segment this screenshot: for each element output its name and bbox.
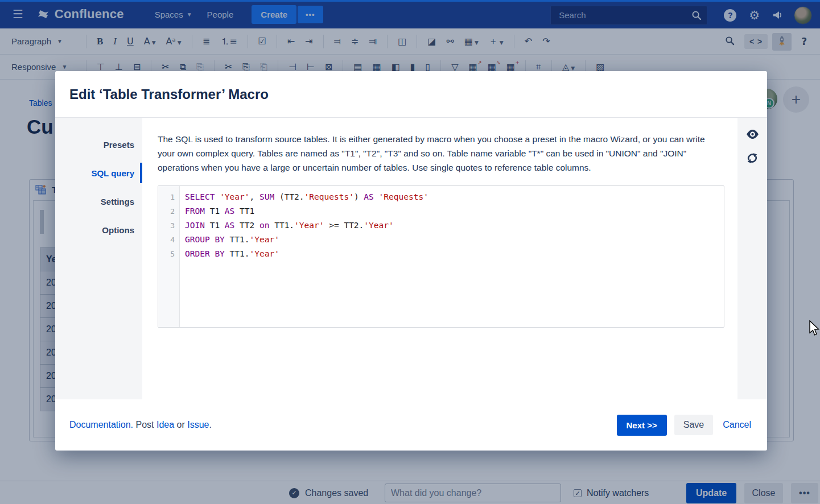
sql-code[interactable]: SELECT 'Year', SUM (TT2.'Requests') AS '… (180, 186, 428, 327)
tab-sql-query[interactable]: SQL query (55, 159, 142, 187)
page: ☰ Confluence Spaces▼ People Create ••• (0, 0, 820, 504)
edit-macro-dialog: Edit ‘Table Transformer’ Macro PresetsSQ… (55, 71, 767, 451)
sql-description: The SQL is used to transform source tabl… (158, 132, 724, 175)
save-button[interactable]: Save (674, 415, 713, 435)
footer-link-idea[interactable]: Idea (156, 420, 174, 429)
dialog-title: Edit ‘Table Transformer’ Macro (69, 86, 269, 102)
dialog-side-actions (737, 118, 767, 399)
footer-link-issue[interactable]: Issue (187, 420, 209, 429)
sql-code-editor[interactable]: 12345 SELECT 'Year', SUM (TT2.'Requests'… (158, 185, 724, 328)
refresh-icon[interactable] (746, 152, 759, 167)
tab-options[interactable]: Options (55, 216, 142, 244)
next-button[interactable]: Next >> (617, 415, 667, 436)
footer-links: Documentation. Post Idea or Issue. (69, 420, 212, 430)
preview-eye-icon[interactable] (745, 129, 760, 142)
tab-settings[interactable]: Settings (55, 187, 142, 216)
dialog-sidebar: PresetsSQL querySettingsOptions (55, 118, 142, 399)
footer-link-documentation[interactable]: Documentation. (69, 420, 133, 429)
cancel-button[interactable]: Cancel (723, 420, 751, 430)
dialog-footer: Documentation. Post Idea or Issue. Next … (55, 399, 767, 451)
dialog-header: Edit ‘Table Transformer’ Macro (55, 71, 767, 118)
line-number-gutter: 12345 (158, 186, 180, 327)
tab-presets[interactable]: Presets (55, 130, 142, 159)
dialog-body: PresetsSQL querySettingsOptions The SQL … (55, 118, 767, 399)
dialog-content: The SQL is used to transform source tabl… (142, 118, 737, 399)
